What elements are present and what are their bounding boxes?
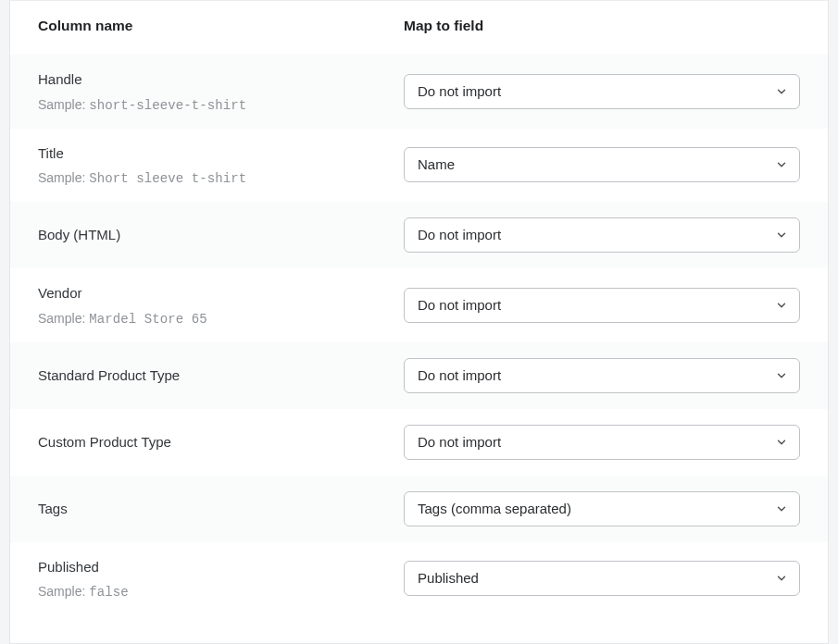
select-value: Published: [404, 561, 800, 596]
sample-line: Sample: short-sleeve-t-shirt: [38, 97, 385, 113]
sample-label: Sample:: [38, 170, 85, 185]
select-value: Do not import: [404, 288, 800, 323]
sample-value: Short sleeve t-shirt: [89, 171, 246, 186]
mapping-row: Title Sample: Short sleeve t-shirt Name: [10, 129, 828, 203]
header-map-to-field: Map to field: [404, 18, 800, 34]
mapping-row: Standard Product Type Do not import: [10, 342, 828, 409]
header-column-name: Column name: [38, 18, 404, 34]
sample-label: Sample:: [38, 97, 85, 112]
select-value: Do not import: [404, 358, 800, 393]
sample-value: false: [89, 585, 129, 600]
map-to-field-select[interactable]: Do not import: [404, 74, 800, 109]
select-value: Tags (comma separated): [404, 491, 800, 526]
sample-line: Sample: Short sleeve t-shirt: [38, 170, 385, 186]
map-to-field-select[interactable]: Published: [404, 561, 800, 596]
map-to-field-select[interactable]: Do not import: [404, 217, 800, 253]
mapping-row: Handle Sample: short-sleeve-t-shirt Do n…: [10, 55, 828, 129]
sample-label: Sample:: [38, 311, 85, 326]
mapping-row: Body (HTML) Do not import: [10, 202, 828, 268]
select-value: Name: [404, 147, 800, 182]
column-name-label: Body (HTML): [38, 226, 385, 244]
mapping-row: Custom Product Type Do not import: [10, 409, 828, 476]
select-value: Do not import: [404, 425, 800, 460]
column-name-label: Handle: [38, 70, 385, 89]
mapping-row: Tags Tags (comma separated): [10, 476, 828, 542]
mapping-row: Vendor Sample: Mardel Store 65 Do not im…: [10, 268, 828, 342]
select-value: Do not import: [404, 74, 800, 109]
mapping-row: Published Sample: false Published: [10, 542, 828, 623]
map-to-field-select[interactable]: Do not import: [404, 288, 800, 323]
sample-value: Mardel Store 65: [89, 312, 207, 327]
sample-line: Sample: false: [38, 584, 385, 600]
column-name-label: Published: [38, 558, 385, 576]
column-name-label: Custom Product Type: [38, 433, 385, 452]
sample-line: Sample: Mardel Store 65: [38, 311, 385, 327]
column-name-label: Vendor: [38, 284, 385, 303]
column-name-label: Tags: [38, 500, 385, 518]
column-name-label: Standard Product Type: [38, 366, 385, 385]
map-to-field-select[interactable]: Do not import: [404, 425, 800, 460]
table-header: Column name Map to field: [10, 0, 828, 55]
map-to-field-select[interactable]: Do not import: [404, 358, 800, 393]
mapping-card: Column name Map to field Handle Sample: …: [9, 0, 829, 644]
sample-value: short-sleeve-t-shirt: [89, 98, 246, 113]
map-to-field-select[interactable]: Name: [404, 147, 800, 182]
column-name-label: Title: [38, 144, 385, 163]
map-to-field-select[interactable]: Tags (comma separated): [404, 491, 800, 526]
sample-label: Sample:: [38, 584, 85, 599]
select-value: Do not import: [404, 217, 800, 253]
